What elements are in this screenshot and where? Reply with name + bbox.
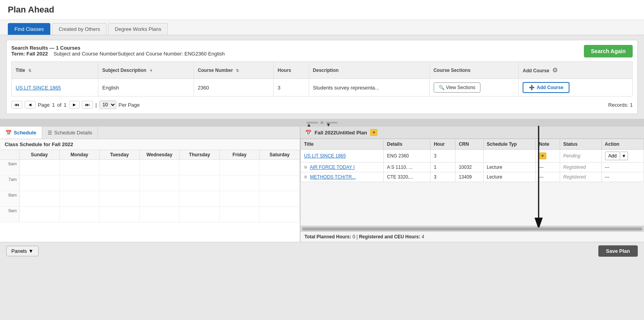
prev-page-button[interactable]: ◄ xyxy=(25,101,36,109)
cell-thu-7am xyxy=(180,175,220,191)
plan-row-0-crn xyxy=(455,150,484,163)
course-title-link[interactable]: US LIT SINCE 1865 xyxy=(16,85,61,91)
divider-handle-up[interactable]: ▲ xyxy=(306,122,318,123)
time-header xyxy=(0,150,20,159)
row-title: US LIT SINCE 1865 xyxy=(12,79,98,97)
search-again-button[interactable]: Search Again xyxy=(584,45,633,57)
plan-col-status: Status xyxy=(560,139,601,150)
registered-value: 4 xyxy=(422,234,424,240)
next-page-button[interactable]: ► xyxy=(69,101,80,109)
day-wednesday: Wednesday xyxy=(140,150,180,159)
plan-col-note: Note xyxy=(535,139,560,150)
cell-mon-7am xyxy=(60,175,100,191)
search-results-heading: Search Results — 1 Courses xyxy=(11,45,80,51)
title-sort-icon[interactable]: ⇅ xyxy=(28,68,31,73)
time-label-9am: 9am xyxy=(0,207,20,222)
time-label-6am: 6am xyxy=(0,160,20,175)
cell-tue-7am xyxy=(100,175,140,191)
subject-sort-icon[interactable]: ▼ xyxy=(149,68,153,73)
table-row: US LIT SINCE 1865 English 2360 3 Student… xyxy=(12,79,633,97)
page-header: Plan Ahead xyxy=(0,0,644,20)
panel-divider[interactable]: ▲ ▼ xyxy=(0,119,644,127)
results-table: Title ⇅ Subject Description ▼ Course Num… xyxy=(11,61,633,97)
plan-scrollbar[interactable] xyxy=(301,226,644,231)
total-planned-value: 0 xyxy=(352,234,355,240)
time-label-8am: 8am xyxy=(0,191,20,206)
plan-row-0-title: US LIT SINCE 1865 xyxy=(301,150,384,163)
search-results-info: Search Results — 1 Courses Term: Fall 20… xyxy=(11,45,225,57)
plan-course-link-2[interactable]: METHODS TCH/TR... xyxy=(310,174,356,180)
per-page-select[interactable]: 10 20 50 xyxy=(99,100,116,109)
tab-degree-works-plans[interactable]: Degree Works Plans xyxy=(108,23,168,35)
first-page-button[interactable]: ⏮ xyxy=(11,101,22,109)
pagination: ⏮ ◄ Page 1 of 1 ► ⏭ | 10 20 50 Per Page … xyxy=(11,100,633,109)
save-plan-button[interactable]: Save Plan xyxy=(598,245,638,257)
gear-icon-button[interactable]: ⚙ xyxy=(551,65,559,75)
cell-thu-8am xyxy=(180,191,220,206)
row-course-number: 2360 xyxy=(194,79,274,97)
plan-table: Title Details Hour CRN Schedule Typ Note… xyxy=(301,139,644,182)
cell-tue-6am xyxy=(100,160,140,175)
time-label-7am: 7am xyxy=(0,175,20,191)
cell-wed-6am xyxy=(140,160,180,175)
plan-row-2-title: METHODS TCH/TR... xyxy=(301,172,384,182)
add-plan-arrow-button-0[interactable]: ▼ xyxy=(620,152,628,160)
row-hours: 3 xyxy=(274,79,309,97)
records-count: Records: 1 xyxy=(608,102,633,108)
cell-sat-7am xyxy=(260,175,300,191)
row-dot-2 xyxy=(304,175,307,179)
plan-row-0-details: ENG 2360 xyxy=(384,150,431,163)
view-sections-button[interactable]: 🔍 View Sections xyxy=(434,82,480,93)
tab-created-by-others[interactable]: Created by Others xyxy=(52,23,107,35)
col-subject-description: Subject Description ▼ xyxy=(98,62,194,79)
search-icon: 🔍 xyxy=(439,85,445,90)
tab-schedule-details[interactable]: ☰ Schedule Details xyxy=(42,127,98,139)
add-plan-button-0[interactable]: Add xyxy=(605,152,620,160)
cell-wed-7am xyxy=(140,175,180,191)
row-dot-1 xyxy=(304,166,307,169)
plan-row-1-hours: 1 xyxy=(431,163,455,172)
plan-col-hours: Hour xyxy=(431,139,455,150)
divider-handle-down[interactable]: ▼ xyxy=(326,122,338,123)
time-row-9am: 9am xyxy=(0,207,300,222)
tab-find-classes[interactable]: Find Classes xyxy=(8,23,50,35)
plan-row-1-status: Registered xyxy=(560,163,601,172)
plan-add-tab-button[interactable]: + xyxy=(370,129,377,136)
plan-row-0-hours: 3 xyxy=(431,150,455,163)
row-course-sections: 🔍 View Sections xyxy=(429,79,519,97)
col-description: Description xyxy=(309,62,429,79)
plan-course-link-1[interactable]: AIR FORCE TODAY I xyxy=(310,164,355,170)
plan-note-add-button-0[interactable]: + xyxy=(539,152,546,159)
cell-thu-9am xyxy=(180,207,220,222)
course-number-sort-icon[interactable]: ⇅ xyxy=(236,68,239,73)
subject-value: Subject and Course Number: xyxy=(117,51,183,57)
registered-label: Registered and CEU Hours: xyxy=(359,234,420,240)
plus-icon: ➕ xyxy=(529,85,535,90)
cell-fri-9am xyxy=(220,207,260,222)
calendar-icon: 📅 xyxy=(5,130,12,136)
plan-row-1: AIR FORCE TODAY I A S 1110, ... 1 10032 … xyxy=(301,163,644,172)
cell-fri-6am xyxy=(220,160,260,175)
plan-row-2-note: --- xyxy=(535,172,560,182)
panels-button[interactable]: Panels ▼ xyxy=(6,246,39,256)
add-course-button[interactable]: ➕ Add Course xyxy=(523,82,569,93)
col-course-number: Course Number ⇅ xyxy=(194,62,274,79)
plan-row-2: METHODS TCH/TR... CTE 3320,... 3 13409 L… xyxy=(301,172,644,182)
plan-course-link-0[interactable]: US LIT SINCE 1865 xyxy=(304,153,346,159)
plan-header: 📅 Fall 2022Untitled Plan + xyxy=(301,127,644,139)
plan-row-2-details: CTE 3320,... xyxy=(384,172,431,182)
search-value: ENG2360 English xyxy=(184,51,224,57)
per-page-label: Per Page xyxy=(119,102,140,108)
plan-row-1-action: --- xyxy=(601,163,644,172)
cell-sun-8am xyxy=(20,191,60,206)
cell-mon-8am xyxy=(60,191,100,206)
plan-row-1-details: A S 1110, ... xyxy=(384,163,431,172)
status-registered-1: Registered xyxy=(563,164,586,170)
last-page-button[interactable]: ⏭ xyxy=(82,101,93,109)
day-friday: Friday xyxy=(220,150,260,159)
page-total: 1 xyxy=(64,102,66,108)
schedule-tabs: 📅 Schedule ☰ Schedule Details xyxy=(0,127,300,139)
tab-schedule[interactable]: 📅 Schedule xyxy=(0,127,42,139)
plan-row-2-hours: 3 xyxy=(431,172,455,182)
cell-sun-7am xyxy=(20,175,60,191)
